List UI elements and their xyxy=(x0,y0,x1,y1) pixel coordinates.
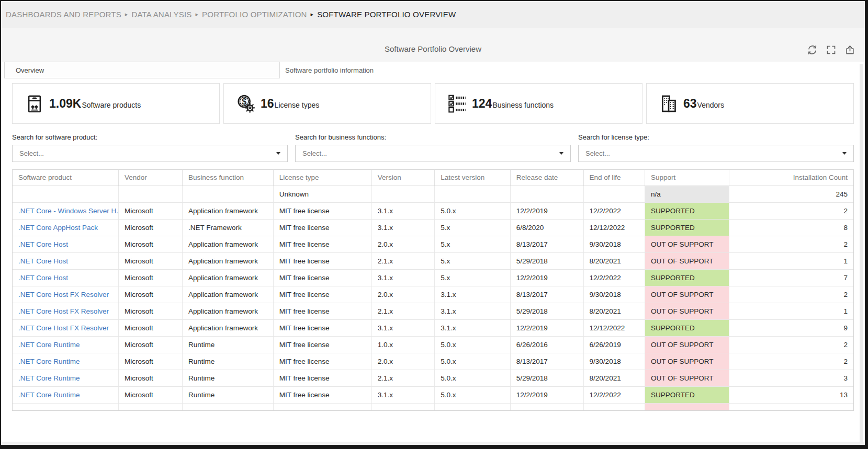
breadcrumb-item-dashboards-and-reports[interactable]: DASHBOARDS AND REPORTS xyxy=(6,10,121,19)
cell-release: 12/2/2019 xyxy=(510,319,583,336)
table-row: .NET Core Host FX ResolverMicrosoftAppli… xyxy=(13,303,853,319)
cell-license: MIT free license xyxy=(273,202,371,219)
cell-release: 5/29/2018 xyxy=(510,252,583,269)
cell-eol: 12/2/2022 xyxy=(583,269,645,286)
vertical-scrollbar[interactable] xyxy=(860,64,863,444)
cell-license: MIT free license xyxy=(273,319,371,336)
cell-vendor: Microsoft xyxy=(118,336,182,353)
chevron-down-icon xyxy=(276,152,280,155)
cell-product: .NET Core - Windows Server H... xyxy=(13,202,118,219)
cell-version xyxy=(371,403,435,411)
filter-label-business-functions: Search for business functions: xyxy=(295,133,571,141)
cell-product: .NET Core Host FX Resolver xyxy=(13,303,118,319)
support-status-badge: SUPPORTED xyxy=(645,219,729,236)
cell-latest: 3.1.x xyxy=(435,303,511,319)
cell-eol: 12/2/2022 xyxy=(583,202,645,219)
tab-software-portfolio-information-label: Software portfolio information xyxy=(285,66,374,74)
table-row: .NET Core - Windows Server H...Microsoft… xyxy=(13,202,853,219)
software-product-link[interactable]: .NET Core Host FX Resolver xyxy=(18,307,109,315)
cell-release: 5/29/2018 xyxy=(510,370,583,386)
support-status-badge: OUT OF SUPPORT xyxy=(645,286,729,303)
column-header-installation-count[interactable]: Installation Count xyxy=(729,170,853,186)
table-row: .NET Core Host FX ResolverMicrosoftAppli… xyxy=(13,286,853,303)
software-product-link[interactable]: .NET Core Host FX Resolver xyxy=(18,324,109,332)
export-icon[interactable] xyxy=(844,44,855,55)
cell-count: 9 xyxy=(729,319,853,336)
software-product-link[interactable]: .NET Core Host xyxy=(18,240,68,248)
cell-version: 1.0.x xyxy=(371,336,435,353)
column-header-license-type[interactable]: License type xyxy=(273,170,371,186)
column-header-support[interactable]: Support xyxy=(645,170,729,186)
cell-count: 2 xyxy=(729,202,853,219)
package-icon xyxy=(24,93,45,114)
kpi-label-business-functions: Business functions xyxy=(492,101,554,109)
column-header-business-function[interactable]: Business function xyxy=(183,170,274,186)
cell-latest: 3.1.x xyxy=(435,319,511,336)
tab-overview[interactable]: Overview xyxy=(4,62,280,78)
cell-func: Application framework xyxy=(183,236,274,252)
cell-license: Unknown xyxy=(273,186,371,202)
fullscreen-icon[interactable] xyxy=(826,44,837,55)
cell-version xyxy=(371,186,435,202)
column-header-end-of-life[interactable]: End of life xyxy=(583,170,645,186)
software-product-link[interactable]: .NET Core Host xyxy=(18,257,68,265)
cell-eol: 12/12/2022 xyxy=(583,319,645,336)
cell-vendor xyxy=(118,186,182,202)
support-status-badge: OUT OF SUPPORT xyxy=(645,303,729,319)
cell-release: 8/13/2017 xyxy=(510,353,583,370)
cell-func: Runtime xyxy=(183,353,274,370)
software-product-link[interactable]: .NET Core - Windows Server H... xyxy=(18,207,118,215)
column-header-vendor[interactable]: Vendor xyxy=(118,170,182,186)
cell-latest: 5.0.x xyxy=(435,370,511,386)
content-panel: Overview Software portfolio information xyxy=(1,62,865,442)
page-title: Software Portfolio Overview xyxy=(1,44,865,53)
cell-func xyxy=(183,186,274,202)
software-product-link[interactable]: .NET Core Host xyxy=(18,274,68,282)
cell-license: MIT free license xyxy=(273,252,371,269)
column-header-latest-version[interactable]: Latest version xyxy=(435,170,511,186)
cell-eol: 9/30/2018 xyxy=(583,286,645,303)
license-type-select[interactable]: Select... xyxy=(578,145,854,162)
cell-license: MIT free license xyxy=(273,303,371,319)
breadcrumb-item-data-analysis[interactable]: DATA ANALYSIS xyxy=(131,10,191,19)
cell-latest: 5.x xyxy=(435,219,511,236)
cell-vendor: Microsoft xyxy=(118,202,182,219)
cell-release: 6/26/2016 xyxy=(510,336,583,353)
column-header-release-date[interactable]: Release date xyxy=(510,170,583,186)
svg-text:$: $ xyxy=(242,97,246,106)
cell-func: Application framework xyxy=(183,319,274,336)
support-status-badge: SUPPORTED xyxy=(645,269,729,286)
software-product-link[interactable]: .NET Core Runtime xyxy=(18,341,80,349)
software-product-link[interactable]: .NET Core Host FX Resolver xyxy=(18,291,109,298)
cell-count: 8 xyxy=(729,219,853,236)
refresh-icon[interactable] xyxy=(807,44,818,55)
cell-count: 7 xyxy=(729,269,853,286)
table-row: .NET Core HostMicrosoftApplication frame… xyxy=(13,269,853,286)
software-product-link[interactable]: .NET Core Runtime xyxy=(18,358,80,365)
table-header: Software productVendorBusiness functionL… xyxy=(13,170,853,186)
cell-license: MIT free license xyxy=(273,236,371,252)
support-status-badge: OUT OF SUPPORT xyxy=(645,252,729,269)
software-product-link[interactable]: .NET Core Runtime xyxy=(18,374,80,382)
software-product-link[interactable]: .NET Core AppHost Pack xyxy=(18,224,98,232)
cell-count: 1 xyxy=(729,303,853,319)
software-product-select-placeholder: Select... xyxy=(19,149,276,157)
support-status-badge: OUT OF SUPPORT xyxy=(645,353,729,370)
cell-product xyxy=(13,403,118,411)
tab-software-portfolio-information[interactable]: Software portfolio information xyxy=(285,62,374,78)
kpi-label-vendors: Vendors xyxy=(697,101,724,109)
kpi-value-vendors: 63 xyxy=(683,97,697,111)
software-products-table: Software productVendorBusiness functionL… xyxy=(12,169,854,411)
column-header-software-product[interactable]: Software product xyxy=(13,170,118,186)
cell-func xyxy=(183,403,274,411)
table-row: .NET Core RuntimeMicrosoftRuntimeMIT fre… xyxy=(13,336,853,353)
business-functions-select[interactable]: Select... xyxy=(295,145,571,162)
cell-version: 3.1.x xyxy=(371,319,435,336)
column-header-version[interactable]: Version xyxy=(371,170,435,186)
software-product-select[interactable]: Select... xyxy=(12,145,288,162)
software-product-link[interactable]: .NET Core Runtime xyxy=(18,391,80,399)
cell-func: Runtime xyxy=(183,336,274,353)
breadcrumb-item-portfolio-optimization[interactable]: PORTFOLIO OPTIMIZATION xyxy=(202,10,307,19)
coin-gear-icon: $ xyxy=(235,93,256,114)
filter-row: Search for software product: Select... S… xyxy=(12,133,854,162)
